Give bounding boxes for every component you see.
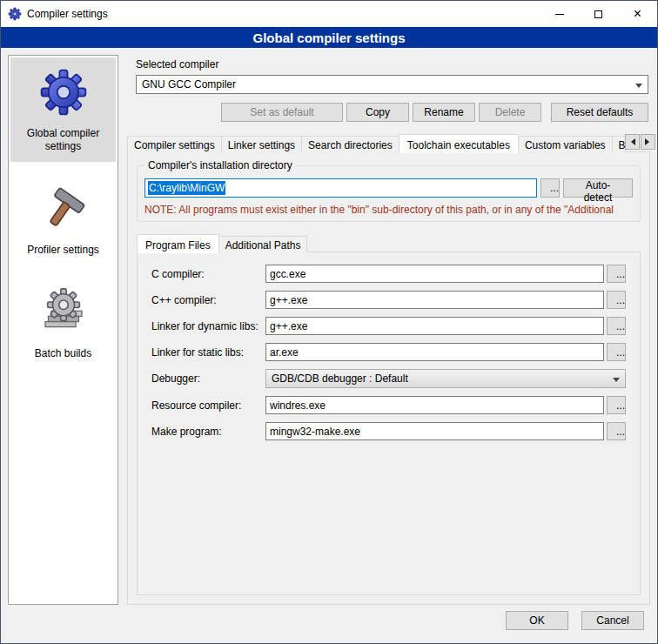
close-icon: × (634, 7, 641, 21)
dynamic-linker-input[interactable] (265, 317, 604, 335)
installation-directory-group-title: Compiler's installation directory (144, 159, 296, 171)
field-row-c-compiler: C compiler: ... (151, 265, 626, 283)
sidebar-item-profiler-settings[interactable]: Profiler settings (10, 174, 116, 265)
tab-custom-variables[interactable]: Custom variables (518, 136, 613, 152)
dynamic-linker-label: Linker for dynamic libs: (151, 320, 263, 332)
field-row-make-program: Make program: ... (151, 422, 626, 440)
make-program-label: Make program: (151, 426, 263, 438)
sidebar-item-global-compiler-settings[interactable]: Global compiler settings (10, 57, 116, 162)
delete-button[interactable]: Delete (479, 103, 541, 122)
field-row-cpp-compiler: C++ compiler: ... (151, 291, 626, 309)
compiler-settings-window: Compiler settings × Global compiler sett… (0, 0, 658, 644)
field-row-debugger: Debugger: GDB/CDB debugger : Default (151, 369, 626, 388)
static-linker-browse-button[interactable]: ... (607, 343, 626, 361)
app-gear-icon (8, 7, 22, 21)
cpp-compiler-input[interactable] (265, 291, 604, 309)
make-program-input[interactable] (265, 422, 604, 440)
resource-compiler-input[interactable] (265, 396, 604, 414)
field-row-dynamic-linker: Linker for dynamic libs: ... (151, 317, 626, 335)
install-dir-value: C:\raylib\MinGW (148, 181, 225, 195)
program-files-tabs: Program Files Additional Paths (137, 234, 641, 252)
blue-gear-icon (36, 64, 91, 120)
tab-compiler-settings[interactable]: Compiler settings (127, 136, 222, 152)
minimize-icon (555, 14, 564, 15)
ok-button[interactable]: OK (506, 611, 568, 630)
static-linker-input[interactable] (265, 343, 604, 361)
selected-compiler-dropdown[interactable]: GNU GCC Compiler (136, 75, 648, 94)
installation-directory-group: Compiler's installation directory C:\ray… (137, 165, 641, 222)
cpp-compiler-browse-button[interactable]: ... (607, 291, 626, 309)
dialog-content: Global compiler settings Profiler settin… (1, 48, 657, 605)
maximize-button[interactable] (579, 1, 618, 27)
rename-button[interactable]: Rename (413, 103, 475, 122)
window-controls: × (540, 1, 657, 27)
make-program-browse-button[interactable]: ... (607, 422, 626, 440)
titlebar[interactable]: Compiler settings × (1, 1, 657, 27)
c-compiler-browse-button[interactable]: ... (607, 265, 626, 283)
arrow-right-icon (645, 138, 653, 145)
copy-button[interactable]: Copy (346, 103, 409, 122)
install-dir-input[interactable]: C:\raylib\MinGW (144, 178, 537, 198)
cancel-button[interactable]: Cancel (581, 611, 644, 630)
tab-scroll-arrows (625, 134, 655, 150)
bin-subdirectory-note: NOTE: All programs must exist either in … (144, 204, 633, 216)
c-compiler-label: C compiler: (151, 268, 263, 280)
program-files-panel: C compiler: ... C++ compiler: ... Linker… (137, 252, 641, 595)
sidebar-item-batch-builds[interactable]: Batch builds (10, 278, 116, 369)
tab-additional-paths[interactable]: Additional Paths (218, 236, 308, 252)
arrow-left-icon (628, 138, 635, 145)
c-compiler-input[interactable] (265, 265, 604, 283)
tab-build-options[interactable]: Buil (612, 136, 626, 152)
chevron-down-icon (635, 84, 642, 91)
auto-detect-button[interactable]: Auto-detect (563, 178, 633, 198)
set-as-default-button[interactable]: Set as default (221, 103, 343, 122)
compiler-buttons-row: Set as default Copy Rename Delete Reset … (136, 103, 648, 122)
minimize-button[interactable] (540, 1, 579, 27)
page-title: Global compiler settings (1, 27, 657, 48)
profiler-hammer-icon (36, 181, 91, 237)
main-area: Selected compiler GNU GCC Compiler Set a… (127, 55, 650, 605)
window-title: Compiler settings (27, 8, 108, 20)
close-button[interactable]: × (618, 1, 657, 27)
cpp-compiler-label: C++ compiler: (151, 294, 263, 306)
resource-compiler-browse-button[interactable]: ... (607, 396, 626, 414)
sidebar-item-label: Global compiler settings (12, 127, 114, 153)
sidebar-item-label: Batch builds (35, 347, 91, 360)
toolchain-executables-panel: Compiler's installation directory C:\ray… (127, 151, 650, 605)
dynamic-linker-browse-button[interactable]: ... (607, 317, 626, 335)
selected-compiler-value: GNU GCC Compiler (142, 78, 236, 91)
field-row-static-linker: Linker for static libs: ... (151, 343, 626, 361)
field-row-resource-compiler: Resource compiler: ... (151, 396, 626, 414)
compiler-selection-section: Selected compiler GNU GCC Compiler Set a… (127, 55, 650, 122)
debugger-value: GDB/CDB debugger : Default (272, 372, 408, 385)
gray-gear-stack-icon (36, 285, 91, 340)
settings-sidebar: Global compiler settings Profiler settin… (8, 55, 118, 605)
reset-defaults-button[interactable]: Reset defaults (551, 103, 648, 122)
installation-directory-row: C:\raylib\MinGW ... Auto-detect (144, 178, 633, 198)
tab-search-directories[interactable]: Search directories (301, 136, 400, 152)
debugger-dropdown[interactable]: GDB/CDB debugger : Default (265, 369, 626, 388)
debugger-label: Debugger: (151, 372, 263, 385)
static-linker-label: Linker for static libs: (151, 346, 263, 359)
sidebar-item-label: Profiler settings (27, 244, 99, 257)
install-dir-browse-button[interactable]: ... (540, 178, 560, 198)
tab-linker-settings[interactable]: Linker settings (221, 136, 302, 152)
tab-scroll-right-button[interactable] (641, 134, 655, 150)
tab-toolchain-executables[interactable]: Toolchain executables (399, 134, 519, 153)
maximize-icon (594, 10, 602, 18)
dialog-footer: OK Cancel (1, 605, 657, 643)
settings-tabs: Compiler settings Linker settings Search… (127, 134, 650, 152)
tab-program-files[interactable]: Program Files (137, 234, 219, 253)
chevron-down-icon (613, 378, 620, 386)
tab-scroll-left-button[interactable] (625, 134, 640, 150)
resource-compiler-label: Resource compiler: (151, 399, 263, 412)
selected-compiler-label: Selected compiler (136, 58, 648, 70)
